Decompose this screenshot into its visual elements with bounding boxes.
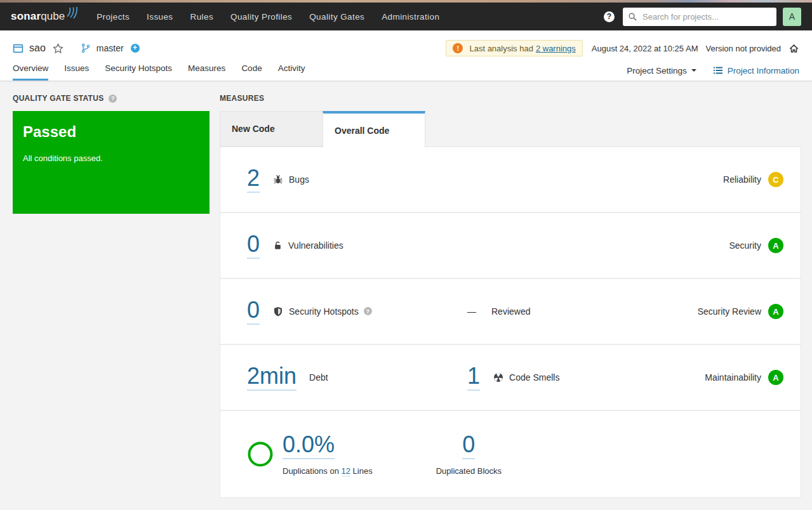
- search-input[interactable]: [641, 11, 771, 22]
- tab-overall-code[interactable]: Overall Code: [323, 111, 425, 147]
- duplications-metric: 0.0% Duplications on 12 Lines: [283, 433, 373, 476]
- overview-content: QUALITY GATE STATUS ? Passed All conditi…: [0, 81, 812, 498]
- bugs-label: Bugs: [289, 174, 309, 185]
- quality-gate-title: QUALITY GATE STATUS ?: [13, 93, 210, 104]
- measure-row-duplications: 0.0% Duplications on 12 Lines 0 Duplicat…: [220, 411, 801, 497]
- security-review-label: Security Review: [698, 306, 761, 317]
- quality-gate-help-icon[interactable]: ?: [109, 95, 117, 103]
- reliability-rating-group: Reliability C: [723, 172, 783, 187]
- list-icon: [713, 65, 723, 75]
- security-review-rating-group: Security Review A: [698, 304, 783, 319]
- security-review-rating-badge[interactable]: A: [768, 304, 783, 319]
- shield-icon: [273, 306, 283, 317]
- nav-item-administration[interactable]: Administration: [382, 12, 439, 22]
- code-smells-metric: 1 Code Smells: [467, 364, 559, 391]
- analysis-warning-badge: ! Last analysis had 2 warnings: [446, 40, 582, 56]
- duplicated-blocks-metric: 0 Duplicated Blocks: [436, 433, 502, 476]
- maintainability-rating-group: Maintainability A: [705, 370, 783, 385]
- project-header: sao master + ! Last analysis had 2 warni…: [0, 30, 812, 81]
- home-icon[interactable]: [789, 43, 799, 54]
- project-settings-dropdown[interactable]: Project Settings: [627, 66, 696, 75]
- branch-name: master: [97, 43, 124, 53]
- duplications-label-prefix: Duplications on: [283, 466, 339, 476]
- help-icon[interactable]: ?: [604, 11, 615, 22]
- debt-label: Debt: [309, 372, 328, 383]
- bugs-metric: 2 Bugs: [247, 166, 467, 193]
- hotspots-count-link[interactable]: 0: [247, 298, 260, 325]
- tab-activity[interactable]: Activity: [278, 63, 305, 81]
- top-navbar: sonarqube Projects Issues Rules Quality …: [0, 3, 812, 30]
- favorite-star-icon[interactable]: [52, 43, 64, 55]
- duplications-percent-link[interactable]: 0.0%: [283, 433, 335, 459]
- reviewed-label: Reviewed: [491, 306, 530, 317]
- hotspots-label: Security Hotspots: [289, 306, 359, 317]
- measure-row-maintainability: 2min Debt 1: [220, 345, 801, 411]
- chevron-down-icon: [691, 69, 696, 72]
- nav-item-quality-gates[interactable]: Quality Gates: [309, 12, 364, 22]
- measures-title: MEASURES: [220, 93, 801, 104]
- project-name: sao: [29, 43, 46, 54]
- project-settings-label: Project Settings: [627, 66, 687, 75]
- nav-item-rules[interactable]: Rules: [190, 12, 214, 22]
- sonarqube-logo[interactable]: sonarqube: [11, 10, 80, 23]
- measure-row-security: 0 Vulnerabilities Security A: [220, 213, 801, 279]
- code-smells-count-link[interactable]: 1: [467, 364, 480, 391]
- nav-item-quality-profiles[interactable]: Quality Profiles: [230, 12, 292, 22]
- bug-icon: [273, 174, 283, 185]
- duplicated-blocks-label: Duplicated Blocks: [436, 466, 502, 476]
- reliability-rating-badge[interactable]: C: [768, 172, 783, 187]
- analysis-date: August 24, 2022 at 10:25 AM: [592, 44, 698, 53]
- project-tabs-row: Overview Issues Security Hotspots Measur…: [13, 60, 799, 81]
- security-label: Security: [729, 240, 761, 251]
- tab-overview[interactable]: Overview: [13, 63, 48, 81]
- measures-title-text: MEASURES: [220, 94, 264, 103]
- tab-code[interactable]: Code: [241, 63, 262, 81]
- tab-security-hotspots[interactable]: Security Hotspots: [105, 63, 172, 81]
- tab-measures[interactable]: Measures: [188, 63, 225, 81]
- duplicated-blocks-count-link[interactable]: 0: [462, 433, 475, 459]
- main-navigation: Projects Issues Rules Quality Profiles Q…: [97, 12, 456, 22]
- nav-item-issues[interactable]: Issues: [147, 12, 173, 22]
- security-rating-badge[interactable]: A: [768, 238, 783, 253]
- measures-section: MEASURES New Code Overall Code 2: [220, 93, 801, 498]
- measure-row-security-review: 0 Security Hotspots ? — Reviewed Sec: [220, 279, 801, 345]
- search-icon: [628, 12, 637, 22]
- warning-text: Last analysis had: [469, 44, 533, 53]
- reviewed-value: —: [467, 306, 477, 317]
- hotspots-reviewed-group: — Reviewed: [467, 306, 530, 317]
- vulnerabilities-count-link[interactable]: 0: [247, 232, 260, 259]
- warning-icon: !: [453, 43, 463, 53]
- navbar-right: ? A: [604, 8, 801, 26]
- duplications-sublabel: Duplications on 12 Lines: [283, 466, 373, 476]
- project-actions: Project Settings Project Information: [627, 65, 799, 81]
- tab-new-code[interactable]: New Code: [220, 111, 323, 147]
- project-information-button[interactable]: Project Information: [713, 65, 799, 75]
- project-information-label: Project Information: [728, 66, 799, 75]
- vulnerabilities-metric: 0 Vulnerabilities: [247, 232, 467, 259]
- branch-icon: [81, 43, 91, 53]
- global-search[interactable]: [623, 8, 776, 26]
- warnings-link[interactable]: 2 warnings: [536, 44, 576, 53]
- lines-count-link[interactable]: 12: [342, 466, 350, 476]
- security-rating-group: Security A: [729, 238, 783, 253]
- project-icon: [13, 43, 23, 54]
- quality-gate-section: QUALITY GATE STATUS ? Passed All conditi…: [13, 93, 210, 498]
- code-smells-icon: [493, 372, 503, 383]
- nav-item-projects[interactable]: Projects: [97, 12, 130, 22]
- project-meta: ! Last analysis had 2 warnings August 24…: [446, 40, 799, 56]
- hotspots-help-icon[interactable]: ?: [364, 307, 372, 315]
- measures-tabs: New Code Overall Code: [220, 111, 801, 147]
- bugs-count-link[interactable]: 2: [247, 166, 260, 193]
- debt-value-link[interactable]: 2min: [247, 364, 296, 391]
- logo-text-sonar: sonar: [11, 10, 41, 23]
- tab-issues[interactable]: Issues: [64, 63, 89, 81]
- duplications-label-suffix: Lines: [353, 466, 373, 476]
- quality-gate-title-text: QUALITY GATE STATUS: [13, 94, 103, 103]
- debt-metric: 2min Debt: [247, 364, 467, 391]
- user-avatar[interactable]: A: [783, 8, 801, 26]
- quality-gate-message: All conditions passed.: [23, 154, 199, 163]
- quality-gate-status: Passed: [23, 123, 199, 141]
- hotspots-metric: 0 Security Hotspots ?: [247, 298, 467, 325]
- add-branch-icon[interactable]: +: [131, 44, 140, 53]
- maintainability-rating-badge[interactable]: A: [768, 370, 783, 385]
